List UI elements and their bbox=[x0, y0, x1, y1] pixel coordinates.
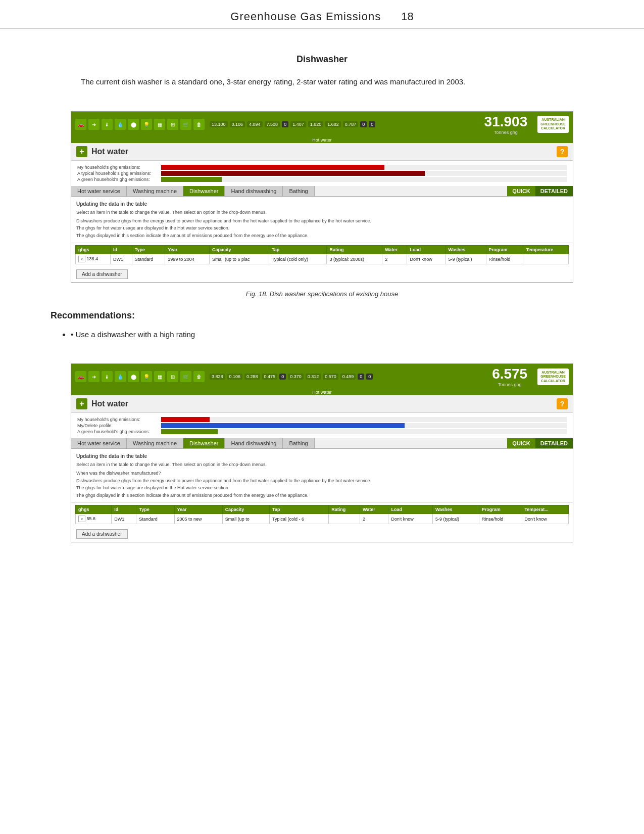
tab-bathing-2[interactable]: Bathing bbox=[283, 438, 314, 448]
ghg-value-2: 6.575 bbox=[492, 366, 527, 382]
tab-washing-1[interactable]: Washing machine bbox=[127, 186, 183, 196]
num-10: 0 bbox=[360, 121, 367, 127]
logo2-line1: AUSTRALIAN bbox=[540, 370, 566, 375]
cell2-water: 2 bbox=[360, 514, 388, 524]
emissions-area-2: My household's ghg emissions: My/Delete … bbox=[71, 413, 573, 438]
delete-btn-1[interactable]: x bbox=[78, 256, 85, 262]
tab-dishwasher-1[interactable]: Dishwasher bbox=[183, 186, 225, 196]
num2-10: 0 bbox=[358, 374, 364, 380]
cell2-temp: Don't know bbox=[522, 514, 569, 524]
col2-ghgs: ghgs bbox=[76, 505, 112, 514]
car-icon-2: 🚗 bbox=[75, 371, 86, 382]
cart-icon-2: 🛒 bbox=[180, 371, 191, 382]
app-toolbar-1: 🚗 ➜ 🌡 💧 ⬤ 💡 ▦ ⊞ 🛒 🗑 13.100 0.106 4.094 7… bbox=[71, 112, 573, 137]
ghg-label-1: Tonnes ghg bbox=[484, 130, 528, 135]
cell-temp-1 bbox=[523, 254, 569, 264]
emission-bar-2 bbox=[161, 171, 425, 176]
tab-hot-water-1[interactable]: Hot water service bbox=[71, 186, 127, 196]
toolbar-numbers-1: 13.100 0.106 4.094 7.508 0 1.407 1.820 1… bbox=[205, 121, 484, 127]
info-text-1: Updating the data in the table Select an… bbox=[71, 197, 573, 243]
info-title-1: Updating the data in the table bbox=[76, 201, 568, 208]
box-icon-2: ▦ bbox=[154, 371, 165, 382]
detailed-button-2[interactable]: DETAILED bbox=[535, 438, 573, 448]
help-button-1[interactable]: ? bbox=[557, 146, 568, 157]
emission-bar-container-2-2 bbox=[161, 423, 567, 428]
trash-icon: 🗑 bbox=[193, 119, 205, 130]
emission-label-2-3: A green household's ghg emissions: bbox=[77, 429, 158, 434]
num-4: 7.508 bbox=[265, 121, 280, 127]
table-row-2: x 55.6 DW1 Standard 2005 to new Small (u… bbox=[76, 514, 569, 524]
panel-header-2: + Hot water ? bbox=[71, 395, 573, 413]
cell-year-1: 1999 to 2004 bbox=[165, 254, 210, 264]
cell2-ghgs: x 55.6 bbox=[76, 514, 112, 524]
emission-label-2-1: My household's ghg emissions: bbox=[77, 417, 158, 422]
plus-button-1[interactable]: + bbox=[76, 146, 87, 157]
light-icon-2: 💡 bbox=[141, 371, 152, 382]
delete-btn-2[interactable]: x bbox=[78, 516, 85, 522]
hot-icon: 🌡 bbox=[102, 119, 113, 130]
table-container-2: ghgs Id Type Year Capacity Tap Rating Wa… bbox=[71, 503, 573, 526]
quick-button-2[interactable]: QUICK bbox=[507, 438, 535, 448]
info-text1-1: Select an item in the table to change th… bbox=[76, 209, 568, 216]
info-text4-1: The ghgs displayed in this section indic… bbox=[76, 233, 568, 239]
num2-1: 3.828 bbox=[210, 374, 225, 380]
tab-bathing-1[interactable]: Bathing bbox=[283, 186, 314, 196]
num2-2: 0.106 bbox=[227, 374, 243, 380]
num2-7: 0.312 bbox=[306, 374, 321, 380]
recommendation-bullet: • bbox=[71, 330, 75, 339]
detailed-button-1[interactable]: DETAILED bbox=[535, 186, 573, 196]
toolbar-numbers-2: 3.828 0.106 0.288 0.475 0 0.370 0.312 0.… bbox=[205, 374, 492, 380]
emission-bar-2-2 bbox=[161, 423, 405, 428]
figure-caption: Fig. 18. Dish washer specifications of e… bbox=[51, 290, 593, 298]
col-type-1: Type bbox=[132, 246, 165, 254]
num-1: 13.100 bbox=[210, 121, 228, 127]
emission-bar-3 bbox=[161, 177, 222, 182]
ghg-display-1: 31.903 Tonnes ghg bbox=[484, 114, 528, 135]
col2-temp: Temperat... bbox=[522, 505, 569, 514]
dishwasher-section-title: Dishwasher bbox=[51, 54, 593, 65]
cell-water-1: 2 bbox=[382, 254, 407, 264]
tab-hand-1[interactable]: Hand dishwashing bbox=[225, 186, 283, 196]
hw-label-2: Hot water bbox=[71, 389, 573, 395]
tab-washing-2[interactable]: Washing machine bbox=[127, 438, 183, 448]
light-icon: 💡 bbox=[141, 119, 152, 130]
main-content: Dishwasher The current dish washer is a … bbox=[0, 29, 644, 573]
num-6: 1.407 bbox=[290, 121, 306, 127]
ghg-display-2: 6.575 Tonnes ghg bbox=[492, 366, 527, 387]
cell2-tap: Typical (cold - 6 bbox=[270, 514, 329, 524]
emission-label-2-2: My/Delete profile: bbox=[77, 423, 158, 428]
drop-icon: 💧 bbox=[115, 119, 126, 130]
col2-water: Water bbox=[360, 505, 388, 514]
info-title-2: Updating the data in the table bbox=[76, 453, 568, 460]
tab-bar-1: Hot water service Washing machine Dishwa… bbox=[71, 186, 573, 197]
tab-hot-water-2[interactable]: Hot water service bbox=[71, 438, 127, 448]
cell-tap-1: Typical (cold only) bbox=[269, 254, 327, 264]
col2-capacity: Capacity bbox=[222, 505, 269, 514]
emission-label-2: A typical household's ghg emissions: bbox=[77, 171, 158, 176]
tab-dishwasher-2[interactable]: Dishwasher bbox=[183, 438, 225, 448]
cell2-id: DW1 bbox=[112, 514, 136, 524]
plus-button-2[interactable]: + bbox=[76, 398, 87, 409]
num-5: 0 bbox=[282, 121, 288, 127]
help-button-2[interactable]: ? bbox=[557, 398, 568, 409]
info-text2-4: The ghgs for hot water usage are display… bbox=[76, 485, 568, 491]
cell-washes-1: 5-9 (typical) bbox=[445, 254, 486, 264]
panel-title-2: + Hot water bbox=[76, 398, 128, 409]
hw-label-1: Hot water bbox=[71, 137, 573, 143]
add-dishwasher-btn-2[interactable]: Add a dishwasher bbox=[76, 529, 128, 539]
num-8: 1.682 bbox=[325, 121, 341, 127]
add-dishwasher-btn-1[interactable]: Add a dishwasher bbox=[76, 269, 128, 279]
tab-hand-2[interactable]: Hand dishwashing bbox=[225, 438, 283, 448]
quick-button-1[interactable]: QUICK bbox=[507, 186, 535, 196]
emission-bar-container-2-1 bbox=[161, 417, 567, 422]
app-screenshot-1: 🚗 ➜ 🌡 💧 ⬤ 💡 ▦ ⊞ 🛒 🗑 13.100 0.106 4.094 7… bbox=[71, 111, 573, 283]
col-water-1: Water bbox=[382, 246, 407, 254]
cell-load-1: Don't know bbox=[407, 254, 445, 264]
logo-2: AUSTRALIAN GREENHOUSE CALCULATOR bbox=[537, 368, 569, 385]
circle-icon-2: ⬤ bbox=[128, 371, 139, 382]
circle-icon: ⬤ bbox=[128, 119, 139, 130]
info-text2-3: Dishwashers produce ghgs from the energy… bbox=[76, 478, 568, 484]
emission-row-2-1: My household's ghg emissions: bbox=[77, 417, 567, 422]
col2-program: Program bbox=[479, 505, 522, 514]
toolbar-icons-1: 🚗 ➜ 🌡 💧 ⬤ 💡 ▦ ⊞ 🛒 🗑 bbox=[75, 119, 205, 130]
